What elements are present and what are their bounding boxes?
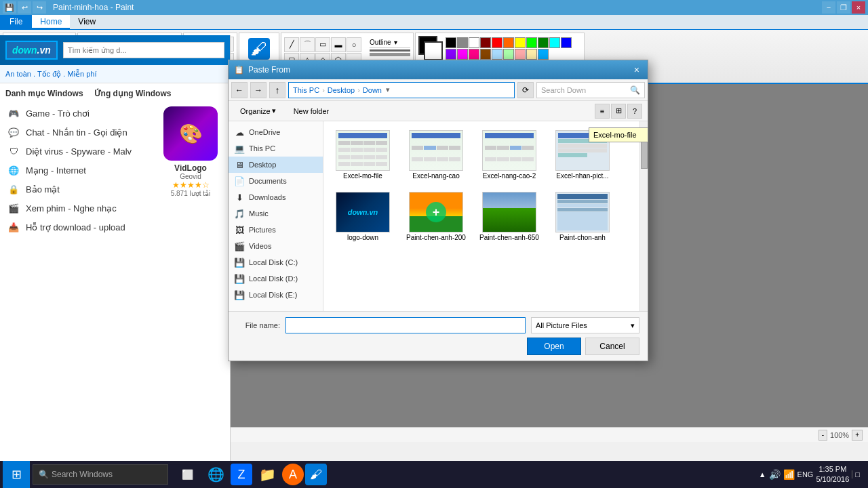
taskbar-search[interactable]: 🔍 Search Windows	[33, 464, 168, 485]
rect-tool[interactable]: ▭	[315, 37, 330, 52]
open-button[interactable]: Open	[527, 338, 581, 355]
sidebar-item-download[interactable]: 📥 Hỗ trợ download - upload	[5, 218, 151, 237]
sidebar-videos[interactable]: 🎬 Videos	[229, 238, 323, 254]
new-folder-button[interactable]: New folder	[288, 104, 336, 119]
tray-speaker[interactable]: 🔊	[769, 469, 781, 480]
file-tab[interactable]: File	[0, 15, 32, 29]
task-view-button[interactable]: ⬜	[174, 461, 201, 488]
dialog-close-button[interactable]: ×	[631, 64, 642, 75]
file-item-5[interactable]: down.vn logo-down	[329, 188, 397, 245]
ellipse-tool[interactable]: ○	[347, 37, 361, 52]
color-skyblue[interactable]	[538, 49, 549, 60]
address-path[interactable]: This PC › Desktop › Down ▾	[288, 82, 515, 98]
path-dropdown[interactable]: ▾	[386, 85, 390, 94]
color-lime[interactable]	[526, 37, 537, 48]
color2-swatch[interactable]	[424, 41, 443, 60]
sidebar-item-media[interactable]: 🎬 Xem phim - Nghe nhạc	[5, 199, 151, 218]
organize-button[interactable]: Organize ▾	[234, 104, 282, 119]
tray-expand[interactable]: ▲	[759, 470, 766, 479]
path-down[interactable]: Down	[363, 86, 382, 94]
browser-search-input[interactable]	[63, 42, 224, 58]
search-input[interactable]: Search Down 🔍	[536, 82, 645, 98]
sidebar-item-chat[interactable]: 💬 Chat - Nhắn tin - Gọi điện	[5, 123, 151, 142]
rect2-tool[interactable]: ▬	[331, 37, 346, 52]
file-item-2[interactable]: Excel-nang-cao	[402, 127, 470, 183]
zalo-icon[interactable]: Z	[231, 464, 252, 485]
sidebar-local-d[interactable]: 💾 Local Disk (D:)	[229, 270, 323, 287]
color-green[interactable]	[538, 37, 549, 48]
up-button[interactable]: ↑	[269, 82, 285, 98]
explorer-icon[interactable]: 📁	[254, 461, 281, 488]
view-list-button[interactable]: ≡	[595, 104, 610, 119]
color-white[interactable]	[469, 37, 479, 48]
show-desktop[interactable]: □	[852, 470, 860, 479]
path-thispc[interactable]: This PC	[293, 86, 319, 94]
file-item-6[interactable]: + Paint-chen-anh-200	[402, 188, 470, 245]
close-button[interactable]: ×	[852, 1, 865, 14]
sidebar-downloads[interactable]: ⬇ Downloads	[229, 189, 323, 205]
color-blue[interactable]	[561, 37, 572, 48]
file-item-4[interactable]: Excel-nhan-pict... Excel-mo-file	[549, 127, 616, 183]
view-details-button[interactable]: ⊞	[611, 104, 626, 119]
color-yellow[interactable]	[515, 37, 526, 48]
sidebar-music[interactable]: 🎵 Music	[229, 205, 323, 222]
color-lightpink[interactable]	[515, 49, 526, 60]
scrollbar[interactable]	[639, 121, 648, 311]
scrollbar-thumb[interactable]	[641, 142, 648, 169]
curve-tool[interactable]: ⌒	[300, 37, 315, 52]
sidebar-item-security[interactable]: 🔒 Bảo mật	[5, 180, 151, 199]
sidebar-documents[interactable]: 📄 Documents	[229, 173, 323, 189]
zoom-in-button[interactable]: +	[852, 430, 863, 441]
file-item-7[interactable]: Paint-chen-anh-650	[475, 188, 543, 245]
file-item-1[interactable]: Excel-mo-file	[329, 127, 397, 183]
back-button[interactable]: ←	[231, 82, 248, 98]
color-cyan[interactable]	[549, 37, 560, 48]
refresh-button[interactable]: ⟳	[517, 82, 534, 98]
minimize-button[interactable]: −	[822, 1, 835, 14]
save-button[interactable]: 💾	[3, 1, 16, 14]
file-item-3[interactable]: Excel-nang-cao-2	[475, 127, 543, 183]
color-orange[interactable]	[503, 37, 514, 48]
sidebar-item-internet[interactable]: 🌐 Mạng - Internet	[5, 161, 151, 180]
color-gray[interactable]	[457, 37, 468, 48]
home-tab[interactable]: Home	[32, 15, 70, 29]
zoom-out-button[interactable]: -	[818, 430, 827, 441]
filetype-select[interactable]: All Picture Files ▾	[531, 317, 639, 333]
color-lightgreen[interactable]	[503, 49, 514, 60]
color-lightblue[interactable]	[492, 49, 502, 60]
start-button[interactable]: ⊞	[3, 461, 30, 488]
sidebar-local-e[interactable]: 💾 Local Disk (E:)	[229, 287, 323, 303]
color-brown[interactable]	[480, 49, 491, 60]
file-item-8[interactable]: Paint-chon-anh	[549, 188, 616, 245]
line-tool[interactable]: ╱	[284, 37, 299, 52]
sidebar-item-game[interactable]: 🎮 Game - Trò chơi	[5, 104, 151, 123]
cancel-button[interactable]: Cancel	[585, 338, 639, 355]
filename-input[interactable]	[285, 317, 526, 333]
color-lightyellow[interactable]	[526, 49, 537, 60]
color-pink[interactable]	[469, 49, 479, 60]
view-help-button[interactable]: ?	[627, 104, 642, 119]
outline-dropdown[interactable]: ▾	[394, 39, 397, 46]
sidebar-local-c[interactable]: 💾 Local Disk (C:)	[229, 254, 323, 270]
sidebar-item-antivirus[interactable]: 🛡 Diệt virus - Spyware - Malv	[5, 142, 151, 161]
color-violet[interactable]	[446, 49, 456, 60]
search-icon[interactable]: 🔍	[630, 85, 640, 95]
tray-network[interactable]: 📶	[783, 469, 795, 480]
clock[interactable]: 1:35 PM 5/10/2016	[816, 464, 849, 485]
avast-icon[interactable]: A	[282, 464, 304, 485]
restore-button[interactable]: ❐	[837, 1, 850, 14]
undo-button[interactable]: ↩	[18, 1, 31, 14]
path-desktop[interactable]: Desktop	[328, 86, 355, 94]
sidebar-desktop[interactable]: 🖥 Desktop	[229, 157, 323, 173]
redo-button[interactable]: ↪	[33, 1, 46, 14]
chrome-icon[interactable]: 🌐	[202, 461, 229, 488]
sidebar-thispc[interactable]: 💻 This PC	[229, 140, 323, 157]
color-red[interactable]	[492, 37, 502, 48]
sidebar-pictures[interactable]: 🖼 Pictures	[229, 222, 323, 238]
sidebar-onedrive[interactable]: ☁ OneDrive	[229, 124, 323, 140]
forward-button[interactable]: →	[250, 82, 267, 98]
view-tab[interactable]: View	[70, 15, 104, 29]
paint-icon[interactable]: 🖌	[305, 464, 327, 485]
color-magenta[interactable]	[457, 49, 468, 60]
color-black[interactable]	[446, 37, 456, 48]
